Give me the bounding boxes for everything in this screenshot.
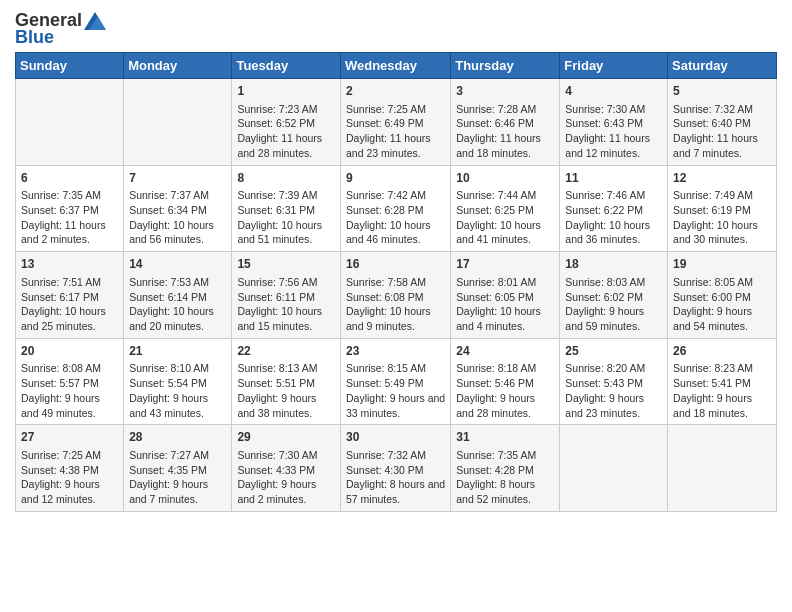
day-number: 13 [21,256,118,273]
day-info: Sunset: 6:40 PM [673,116,771,131]
calendar-cell: 30Sunrise: 7:32 AMSunset: 4:30 PMDayligh… [340,425,450,512]
day-info: Sunrise: 8:20 AM [565,361,662,376]
calendar-cell: 9Sunrise: 7:42 AMSunset: 6:28 PMDaylight… [340,165,450,252]
day-info: Sunrise: 7:30 AM [565,102,662,117]
calendar-cell: 23Sunrise: 8:15 AMSunset: 5:49 PMDayligh… [340,338,450,425]
day-info: Sunset: 5:46 PM [456,376,554,391]
day-info: Daylight: 9 hours and 23 minutes. [565,391,662,420]
day-number: 30 [346,429,445,446]
calendar-cell [668,425,777,512]
day-info: Sunset: 4:38 PM [21,463,118,478]
day-info: Sunrise: 7:27 AM [129,448,226,463]
day-info: Daylight: 11 hours and 12 minutes. [565,131,662,160]
day-info: Daylight: 9 hours and 12 minutes. [21,477,118,506]
weekday-header-monday: Monday [124,53,232,79]
day-info: Sunrise: 7:35 AM [21,188,118,203]
day-info: Sunset: 6:22 PM [565,203,662,218]
day-info: Sunrise: 8:13 AM [237,361,335,376]
day-info: Daylight: 10 hours and 30 minutes. [673,218,771,247]
day-info: Sunset: 6:11 PM [237,290,335,305]
day-info: Sunset: 6:14 PM [129,290,226,305]
day-info: Daylight: 11 hours and 23 minutes. [346,131,445,160]
calendar-cell [560,425,668,512]
day-info: Sunrise: 7:32 AM [346,448,445,463]
calendar-cell: 8Sunrise: 7:39 AMSunset: 6:31 PMDaylight… [232,165,341,252]
calendar-cell: 2Sunrise: 7:25 AMSunset: 6:49 PMDaylight… [340,79,450,166]
day-info: Sunset: 4:30 PM [346,463,445,478]
day-number: 7 [129,170,226,187]
day-info: Sunset: 4:28 PM [456,463,554,478]
day-info: Sunset: 5:57 PM [21,376,118,391]
day-info: Daylight: 9 hours and 7 minutes. [129,477,226,506]
day-info: Sunrise: 7:25 AM [346,102,445,117]
day-info: Daylight: 10 hours and 41 minutes. [456,218,554,247]
weekday-header-thursday: Thursday [451,53,560,79]
day-info: Sunset: 6:00 PM [673,290,771,305]
day-number: 22 [237,343,335,360]
day-info: Sunset: 6:28 PM [346,203,445,218]
day-number: 11 [565,170,662,187]
calendar-cell: 10Sunrise: 7:44 AMSunset: 6:25 PMDayligh… [451,165,560,252]
calendar-cell: 22Sunrise: 8:13 AMSunset: 5:51 PMDayligh… [232,338,341,425]
day-number: 8 [237,170,335,187]
calendar-cell: 26Sunrise: 8:23 AMSunset: 5:41 PMDayligh… [668,338,777,425]
day-info: Sunset: 5:49 PM [346,376,445,391]
day-info: Sunset: 5:51 PM [237,376,335,391]
day-info: Sunrise: 7:49 AM [673,188,771,203]
day-number: 27 [21,429,118,446]
calendar-cell [124,79,232,166]
day-number: 26 [673,343,771,360]
day-number: 21 [129,343,226,360]
day-info: Daylight: 9 hours and 28 minutes. [456,391,554,420]
day-info: Sunrise: 8:05 AM [673,275,771,290]
day-info: Sunrise: 8:03 AM [565,275,662,290]
calendar-cell [16,79,124,166]
day-number: 1 [237,83,335,100]
day-number: 19 [673,256,771,273]
day-info: Daylight: 10 hours and 56 minutes. [129,218,226,247]
logo: General Blue [15,10,106,48]
day-info: Sunset: 6:34 PM [129,203,226,218]
calendar-cell: 4Sunrise: 7:30 AMSunset: 6:43 PMDaylight… [560,79,668,166]
day-info: Sunrise: 8:18 AM [456,361,554,376]
day-info: Daylight: 9 hours and 2 minutes. [237,477,335,506]
calendar-cell: 25Sunrise: 8:20 AMSunset: 5:43 PMDayligh… [560,338,668,425]
day-info: Sunrise: 7:35 AM [456,448,554,463]
day-number: 25 [565,343,662,360]
day-info: Sunset: 6:02 PM [565,290,662,305]
calendar-cell: 16Sunrise: 7:58 AMSunset: 6:08 PMDayligh… [340,252,450,339]
day-number: 29 [237,429,335,446]
day-number: 28 [129,429,226,446]
page-header: General Blue [15,10,777,48]
calendar-cell: 11Sunrise: 7:46 AMSunset: 6:22 PMDayligh… [560,165,668,252]
weekday-header-friday: Friday [560,53,668,79]
calendar-cell: 5Sunrise: 7:32 AMSunset: 6:40 PMDaylight… [668,79,777,166]
day-info: Daylight: 9 hours and 59 minutes. [565,304,662,333]
weekday-header-sunday: Sunday [16,53,124,79]
calendar-cell: 7Sunrise: 7:37 AMSunset: 6:34 PMDaylight… [124,165,232,252]
day-info: Sunset: 4:33 PM [237,463,335,478]
day-info: Sunrise: 8:23 AM [673,361,771,376]
calendar-cell: 20Sunrise: 8:08 AMSunset: 5:57 PMDayligh… [16,338,124,425]
day-info: Sunset: 6:37 PM [21,203,118,218]
day-info: Sunrise: 7:39 AM [237,188,335,203]
logo-blue: Blue [15,27,54,48]
calendar-cell: 14Sunrise: 7:53 AMSunset: 6:14 PMDayligh… [124,252,232,339]
logo-icon [84,12,106,30]
day-info: Sunset: 6:49 PM [346,116,445,131]
day-number: 20 [21,343,118,360]
day-info: Sunset: 6:31 PM [237,203,335,218]
calendar-cell: 15Sunrise: 7:56 AMSunset: 6:11 PMDayligh… [232,252,341,339]
calendar-cell: 27Sunrise: 7:25 AMSunset: 4:38 PMDayligh… [16,425,124,512]
day-number: 14 [129,256,226,273]
day-info: Sunrise: 8:08 AM [21,361,118,376]
day-info: Sunrise: 7:25 AM [21,448,118,463]
day-info: Sunrise: 7:28 AM [456,102,554,117]
calendar-cell: 28Sunrise: 7:27 AMSunset: 4:35 PMDayligh… [124,425,232,512]
weekday-header-saturday: Saturday [668,53,777,79]
day-info: Daylight: 8 hours and 57 minutes. [346,477,445,506]
day-info: Sunset: 6:05 PM [456,290,554,305]
day-number: 16 [346,256,445,273]
calendar-cell: 31Sunrise: 7:35 AMSunset: 4:28 PMDayligh… [451,425,560,512]
day-number: 10 [456,170,554,187]
